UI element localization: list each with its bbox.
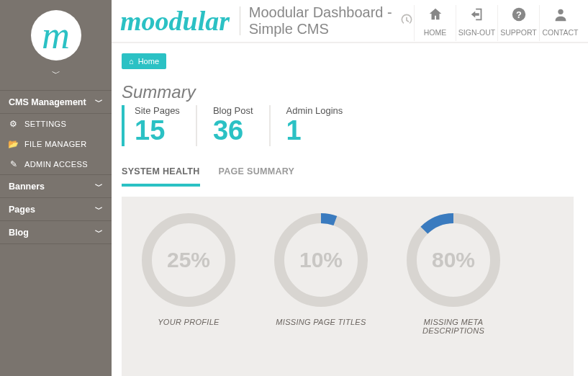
- gauge-label: YOUR PROFILE: [158, 318, 220, 326]
- sign-out-icon: [456, 6, 497, 27]
- gauge-chart: 80%: [406, 212, 501, 308]
- svg-text:?: ?: [516, 9, 522, 19]
- gauge-value: 80%: [406, 212, 501, 308]
- topbar-actions: HOMESIGN-OUT?SUPPORTCONTACT: [414, 5, 581, 41]
- gauge-chart: 25%: [141, 212, 236, 308]
- gauge-missing-meta-descriptions: 80% MISSING META DESCRIPTIONS: [399, 212, 507, 335]
- avatar-glyph: m: [42, 16, 70, 55]
- tab-system-health[interactable]: SYSTEM HEALTH: [122, 166, 200, 187]
- stat-label: Blog Post: [213, 105, 253, 116]
- gauge-value: 10%: [273, 212, 368, 308]
- nav-group-banners[interactable]: Banners﹀: [0, 174, 112, 198]
- nav-item-settings[interactable]: ⚙SETTINGS: [0, 114, 112, 134]
- summary-heading: Summary: [122, 82, 574, 102]
- gauge-your-profile: 25% YOUR PROFILE: [135, 212, 243, 326]
- gauge-chart: 10%: [273, 212, 368, 308]
- support-button[interactable]: ?SUPPORT: [497, 5, 539, 41]
- folder-open-icon: 📂: [9, 139, 19, 149]
- pencil-icon: ✎: [9, 159, 19, 169]
- breadcrumb-home[interactable]: ⌂ Home: [122, 53, 166, 69]
- gauge-value: 25%: [141, 212, 236, 308]
- gear-icon: ⚙: [9, 119, 19, 129]
- gauge-label: MISSING PAGE TITLES: [276, 318, 366, 326]
- system-health-panel: 25% YOUR PROFILE 10% MISSING PAGE TITLES…: [122, 197, 574, 376]
- stat-site-pages: Site Pages15: [122, 105, 196, 146]
- nav: CMS Management﹀⚙SETTINGS📂FILE MANAGER✎AD…: [0, 90, 112, 244]
- gauge-label: MISSING META DESCRIPTIONS: [399, 318, 507, 335]
- nav-item-label: FILE MANAGER: [24, 140, 87, 148]
- tabs: SYSTEM HEALTHPAGE SUMMARY: [122, 166, 574, 187]
- nav-item-label: ADMIN ACCESS: [24, 160, 88, 169]
- chevron-down-icon: ﹀: [95, 181, 103, 192]
- home-button[interactable]: HOME: [414, 5, 456, 41]
- support-icon: ?: [498, 6, 539, 27]
- nav-group-label: CMS Management: [9, 97, 86, 107]
- avatar: m: [31, 10, 81, 61]
- topbar: moodular Moodular Dashboard - Simple CMS…: [112, 0, 588, 43]
- contact-button[interactable]: CONTACT: [539, 5, 581, 41]
- action-label: CONTACT: [540, 28, 581, 37]
- page-title-text: Moodular Dashboard - Simple CMS: [249, 4, 394, 37]
- svg-point-2: [558, 9, 563, 14]
- nav-item-admin-access[interactable]: ✎ADMIN ACCESS: [0, 154, 112, 174]
- gauge-missing-page-titles: 10% MISSING PAGE TITLES: [267, 212, 375, 326]
- nav-group-blog[interactable]: Blog﹀: [0, 221, 112, 244]
- sign-out-button[interactable]: SIGN-OUT: [456, 5, 497, 41]
- action-label: SIGN-OUT: [456, 28, 497, 37]
- stat-value: 1: [286, 116, 343, 146]
- stat-admin-logins: Admin Logins1: [269, 105, 359, 146]
- nav-group-label: Banners: [9, 182, 45, 192]
- action-label: HOME: [415, 28, 456, 37]
- summary-stats: Site Pages15Blog Post36Admin Logins1: [122, 105, 574, 146]
- stat-label: Admin Logins: [286, 105, 343, 116]
- home-icon: ⌂: [129, 57, 134, 66]
- chevron-down-icon: ﹀: [95, 204, 103, 215]
- chevron-down-icon: ﹀: [52, 68, 60, 80]
- nav-item-label: SETTINGS: [24, 120, 66, 128]
- main: moodular Moodular Dashboard - Simple CMS…: [112, 0, 588, 376]
- nav-group-label: Pages: [9, 205, 35, 215]
- action-label: SUPPORT: [498, 28, 539, 37]
- contact-icon: [540, 6, 581, 27]
- chevron-down-icon: ﹀: [95, 227, 103, 238]
- nav-group-cms-management[interactable]: CMS Management﹀: [0, 90, 112, 114]
- nav-group-pages[interactable]: Pages﹀: [0, 198, 112, 221]
- stat-value: 15: [135, 116, 180, 146]
- dashboard-icon: [399, 12, 414, 30]
- breadcrumb-label: Home: [138, 57, 159, 66]
- chevron-down-icon: ﹀: [95, 97, 103, 107]
- stat-label: Site Pages: [135, 105, 180, 116]
- nav-group-label: Blog: [9, 228, 29, 238]
- nav-item-file-manager[interactable]: 📂FILE MANAGER: [0, 134, 112, 154]
- stat-value: 36: [213, 116, 253, 146]
- sidebar: m ﹀ CMS Management﹀⚙SETTINGS📂FILE MANAGE…: [0, 0, 112, 376]
- home-icon: [415, 6, 456, 27]
- page-title: Moodular Dashboard - Simple CMS: [249, 4, 414, 42]
- profile-menu[interactable]: m ﹀: [0, 7, 112, 90]
- divider: [240, 6, 240, 35]
- content: ⌂ Home Summary Site Pages15Blog Post36Ad…: [112, 43, 588, 376]
- brand-logo[interactable]: moodular: [120, 5, 237, 41]
- stat-blog-post: Blog Post36: [196, 105, 269, 146]
- tab-page-summary[interactable]: PAGE SUMMARY: [219, 166, 295, 187]
